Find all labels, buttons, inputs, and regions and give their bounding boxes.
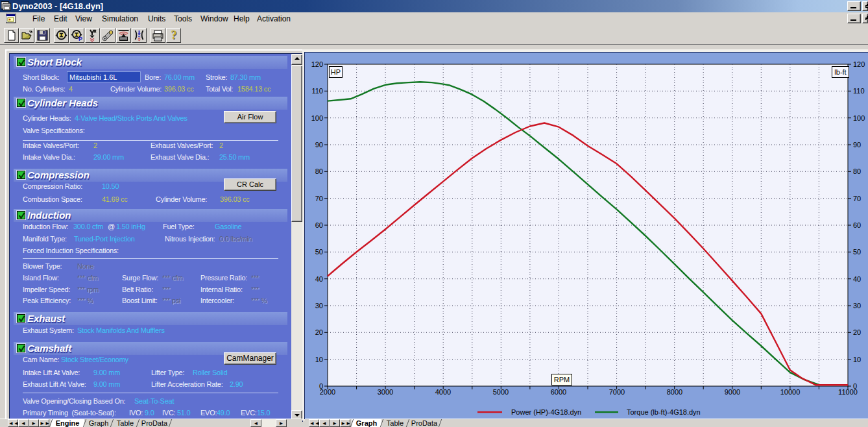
svg-text:10000: 10000 bbox=[780, 388, 801, 396]
svg-text:100: 100 bbox=[853, 114, 865, 122]
svg-text:11000: 11000 bbox=[838, 388, 858, 396]
svg-text:9000: 9000 bbox=[725, 388, 740, 396]
svg-text:2000: 2000 bbox=[320, 388, 335, 396]
svg-text:6000: 6000 bbox=[551, 388, 566, 396]
svg-text:40: 40 bbox=[853, 275, 861, 283]
svg-text:30: 30 bbox=[315, 302, 323, 310]
svg-text:RPM: RPM bbox=[554, 376, 570, 384]
svg-text:20: 20 bbox=[853, 328, 861, 336]
svg-text:4000: 4000 bbox=[435, 388, 451, 396]
svg-text:Power (HP)-4G18.dyn: Power (HP)-4G18.dyn bbox=[511, 408, 581, 416]
svg-text:40: 40 bbox=[315, 275, 323, 283]
svg-text:60: 60 bbox=[853, 221, 861, 229]
svg-text:80: 80 bbox=[853, 167, 861, 175]
svg-text:lb-ft: lb-ft bbox=[834, 68, 846, 76]
svg-text:90: 90 bbox=[315, 141, 323, 149]
svg-text:5000: 5000 bbox=[493, 388, 509, 396]
svg-text:?: ? bbox=[171, 29, 177, 42]
svg-text:P: P bbox=[78, 36, 82, 42]
svg-text:70: 70 bbox=[315, 195, 323, 202]
svg-text:120: 120 bbox=[311, 60, 323, 68]
svg-text:50: 50 bbox=[315, 248, 323, 256]
svg-text:7000: 7000 bbox=[609, 388, 625, 396]
svg-text:30: 30 bbox=[853, 302, 861, 310]
svg-text:3000: 3000 bbox=[378, 388, 393, 396]
svg-text:10: 10 bbox=[315, 356, 323, 363]
svg-text:80: 80 bbox=[315, 167, 323, 175]
svg-text:Torque (lb-ft)-4G18.dyn: Torque (lb-ft)-4G18.dyn bbox=[627, 408, 701, 416]
svg-text:60: 60 bbox=[315, 221, 323, 229]
svg-text:70: 70 bbox=[853, 195, 861, 202]
svg-text:110: 110 bbox=[311, 87, 323, 95]
svg-text:HP: HP bbox=[331, 68, 341, 76]
svg-text:20: 20 bbox=[315, 328, 323, 336]
svg-text:50: 50 bbox=[853, 248, 861, 256]
svg-text:110: 110 bbox=[853, 87, 865, 95]
svg-text:100: 100 bbox=[311, 114, 323, 122]
svg-text:10: 10 bbox=[853, 356, 861, 363]
svg-text:120: 120 bbox=[853, 60, 865, 68]
svg-text:8000: 8000 bbox=[667, 388, 682, 396]
svg-text:90: 90 bbox=[853, 141, 861, 149]
